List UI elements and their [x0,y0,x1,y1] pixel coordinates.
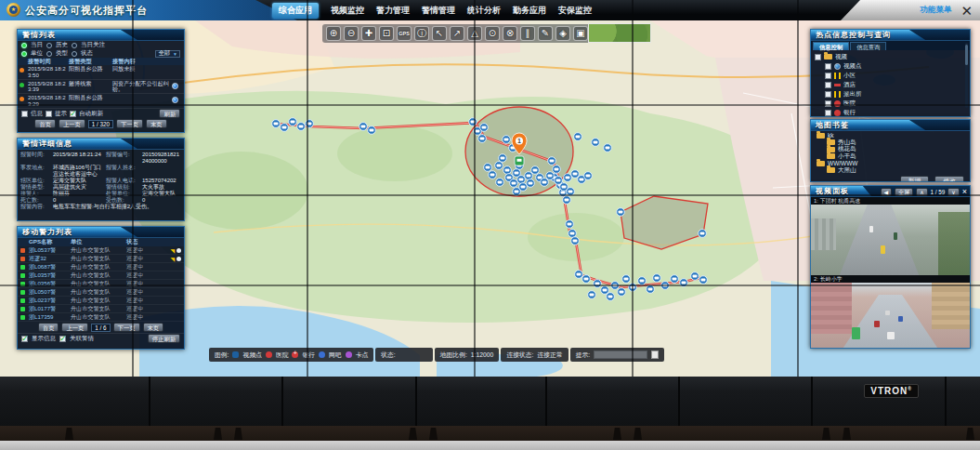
camera-marker[interactable] [588,291,596,299]
radio-status[interactable] [72,51,77,57]
camera-marker[interactable] [546,172,555,180]
auto-refresh-checkbox[interactable] [70,111,76,117]
link-alarm-checkbox[interactable] [59,336,66,342]
radio-today-follow[interactable] [72,43,77,48]
tree-item[interactable]: 视频点 [811,61,970,71]
tip-input[interactable] [594,351,647,359]
bookmark-item[interactable]: 小干岛 [811,153,970,161]
bookmark-item[interactable]: 秀山岛 [811,139,970,147]
bookmark-modify-button[interactable]: 修改 [934,176,964,182]
locate-globe-icon[interactable] [172,83,178,89]
camera-marker[interactable] [601,286,609,295]
camera-marker[interactable] [584,172,593,180]
tip-button[interactable] [651,351,659,359]
select-arrow-icon[interactable]: ↖ [432,26,447,41]
camera-marker[interactable] [618,288,626,297]
tree-item[interactable]: 银行 [811,108,970,117]
camera-marker[interactable] [503,166,512,175]
camera-marker[interactable] [495,162,503,170]
camera-marker[interactable] [541,179,549,187]
camera-marker[interactable] [517,176,526,184]
camera-marker[interactable] [489,171,497,179]
first-page-button[interactable]: 首页 [38,323,59,332]
clear-icon[interactable]: ⊗ [503,26,517,41]
tree-checkbox[interactable] [825,63,831,70]
camera-marker[interactable] [531,166,540,175]
camera-marker[interactable] [503,136,511,144]
camera-marker[interactable] [525,172,533,180]
camera-marker[interactable] [622,275,631,284]
info-icon[interactable]: ⓘ [414,26,429,41]
camera-marker[interactable] [484,164,492,172]
camera-marker[interactable] [297,123,306,131]
camera-marker[interactable] [563,196,571,205]
table-row[interactable]: 2015/9/28 18:23:39赌博线索因资产分配不公引起纠纷。 [18,80,184,95]
last-page-button[interactable]: 末页 [143,323,164,332]
function-menu-button[interactable]: 功能菜单 [920,5,951,16]
camera-marker[interactable] [604,144,612,152]
camera-marker[interactable] [594,280,602,288]
camera-marker[interactable] [699,230,707,238]
camera-marker[interactable] [527,179,535,188]
polyline-select-icon[interactable]: ↗ [450,26,464,41]
bookmark-item[interactable]: 桃花岛 [811,146,970,153]
last-page-button[interactable]: 末页 [146,119,167,128]
info-checkbox[interactable] [21,111,28,117]
camera-marker[interactable] [359,123,368,131]
camera-marker[interactable] [607,293,615,301]
video-thumbnail-2[interactable] [811,283,970,349]
camera-marker[interactable] [582,275,591,284]
video-thumbnail-1[interactable] [811,205,970,275]
camera-marker[interactable] [368,126,376,135]
radio-history[interactable] [46,43,52,48]
camera-marker[interactable] [555,177,563,185]
menu-item-video[interactable]: 视频监控 [331,5,364,17]
bookmark-item[interactable]: WW/WWW [811,160,970,167]
camera-marker[interactable] [469,118,477,126]
tree-checkbox[interactable] [825,82,831,88]
menu-item-alarm[interactable]: 警情管理 [422,5,455,17]
tree-item[interactable]: 派出所 [811,89,970,99]
camera-marker[interactable] [671,275,679,284]
stop-refresh-button[interactable]: 停止刷新 [148,334,180,343]
zoom-box-icon[interactable]: ⊙ [485,26,500,41]
camera-marker[interactable] [289,118,297,126]
tree-item[interactable]: 医院 [811,99,970,108]
menu-item-integrated[interactable]: 综合应用 [272,3,319,19]
prev-page-button[interactable]: 上一页 [59,119,85,128]
filter-dropdown[interactable]: 全部▼ [155,50,180,58]
first-page-button[interactable]: 首页 [34,119,56,128]
camera-marker[interactable] [574,133,582,141]
menu-item-stats[interactable]: 统计分析 [467,5,501,17]
next-page-button[interactable]: 下一页 [116,119,143,128]
gps-icon[interactable]: GPS [397,26,412,41]
tree-item[interactable]: 酒店 [811,80,970,89]
radio-type[interactable] [46,51,52,57]
radio-today[interactable] [21,43,27,48]
menu-item-force[interactable]: 警力管理 [376,5,410,17]
table-row[interactable]: 浙L0177警舟山市交警支队巡逻中 [18,305,184,313]
camera-marker[interactable] [272,120,281,128]
camera-marker[interactable] [478,135,487,143]
camera-marker[interactable] [691,272,699,281]
tree-checkbox[interactable] [815,54,821,60]
draw-pencil-icon[interactable]: ✎ [538,26,553,41]
table-row[interactable]: 2015/9/28 18:23:50阳朔县乡公路回放未接 [18,65,184,80]
bookmark-item[interactable]: 大黑山 [811,167,970,175]
camera-marker[interactable] [480,124,489,132]
zoom-in-icon[interactable]: ⊕ [326,26,341,41]
tree-checkbox[interactable] [825,110,831,116]
camera-marker[interactable] [638,277,647,285]
table-row[interactable]: 浙L0237警舟山市交警支队巡逻中 [18,297,184,305]
camera-marker[interactable] [510,179,518,188]
export-icon[interactable]: ▣ [573,26,588,41]
close-icon[interactable]: ✕ [960,4,973,18]
tree-item[interactable]: 小区 [811,71,970,80]
menu-item-security[interactable]: 安保监控 [558,5,592,17]
camera-marker[interactable] [564,174,572,182]
tip-checkbox[interactable] [46,111,52,117]
scrollbar[interactable] [965,43,968,108]
tab-info-control[interactable]: 信息控制 [813,42,849,50]
radio-unit[interactable] [21,51,27,57]
table-row[interactable]: 巡逻32舟山市交警支队巡逻中 ◥ [18,255,184,263]
